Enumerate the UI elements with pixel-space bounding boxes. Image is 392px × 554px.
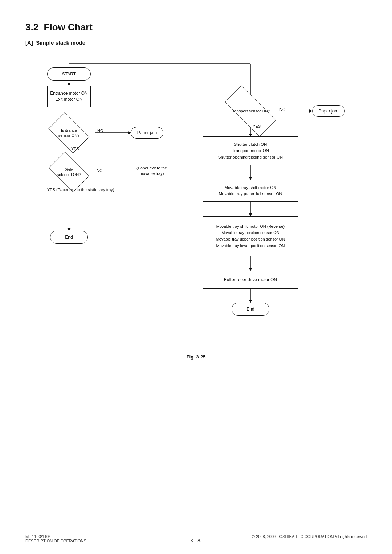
node-entrance-motor: Entrance motor ON Exit motor ON: [47, 86, 91, 107]
flowchart: START Entrance motor ON Exit motor ON En…: [25, 53, 367, 350]
svg-marker-22: [249, 268, 252, 271]
label-entrance-yes: YES: [71, 147, 79, 151]
node-buffer-roller: Buffer roller drive motor ON: [203, 271, 298, 289]
section-title: 3.2 Flow Chart: [25, 22, 367, 33]
node-transport-sensor-text: Transport sensor ON?: [226, 100, 275, 122]
label-paper-exit-movable: (Paper exit to themovable tray): [130, 165, 173, 177]
label-entrance-no: NO: [97, 128, 103, 133]
svg-marker-18: [249, 177, 252, 180]
svg-marker-14: [309, 109, 312, 113]
label-paper-exit-stationary: YES (Paper exit to the stationary tray): [47, 187, 142, 193]
node-shutter-clutch: Shutter clutch ONTransport motor ONShutt…: [203, 136, 298, 165]
node-movable-tray-shift: Movable tray shift motor ONMovable tray …: [203, 180, 298, 202]
node-entrance-sensor-text: Entrancesensor ON?: [52, 122, 86, 144]
figure-caption: Fig. 3-25: [25, 354, 367, 360]
node-entrance-sensor-diamond: Entrancesensor ON?: [48, 112, 89, 153]
node-gate-solenoid-diamond: Gatesolenoid ON?: [48, 151, 89, 192]
node-end-left: End: [50, 231, 88, 244]
svg-marker-5: [128, 131, 131, 135]
node-paper-jam-right: Paper jam: [312, 105, 345, 117]
footer-desc: DESCRIPTION OF OPERATIONS: [25, 539, 86, 543]
node-gate-solenoid-text: Gatesolenoid ON?: [52, 161, 86, 183]
svg-marker-20: [249, 213, 252, 216]
footer-model: MJ-1103/1104: [25, 534, 86, 539]
page: 3.2 Flow Chart [A] Simple stack mode: [0, 0, 392, 554]
footer-left: MJ-1103/1104 DESCRIPTION OF OPERATIONS: [25, 534, 86, 543]
page-number: 3 - 20: [191, 538, 202, 543]
node-paper-jam-left: Paper jam: [131, 127, 163, 139]
node-start: START: [47, 67, 91, 81]
subsection-title: [A] Simple stack mode: [25, 40, 367, 46]
svg-marker-1: [67, 83, 71, 86]
label-gate-no: NO: [97, 168, 103, 173]
node-movable-tray-reverse: Movable tray shift motor ON (Reverse)Mov…: [203, 216, 298, 256]
svg-marker-10: [67, 228, 71, 231]
label-transport-yes: YES: [253, 124, 261, 128]
node-end-right: End: [232, 303, 269, 316]
svg-marker-24: [249, 300, 252, 303]
svg-marker-16: [249, 134, 252, 136]
node-transport-sensor-diamond: Transport sensor ON?: [225, 85, 276, 136]
label-transport-no: NO: [279, 107, 286, 112]
footer-right: © 2008, 2009 TOSHIBA TEC CORPORATION All…: [252, 534, 367, 543]
